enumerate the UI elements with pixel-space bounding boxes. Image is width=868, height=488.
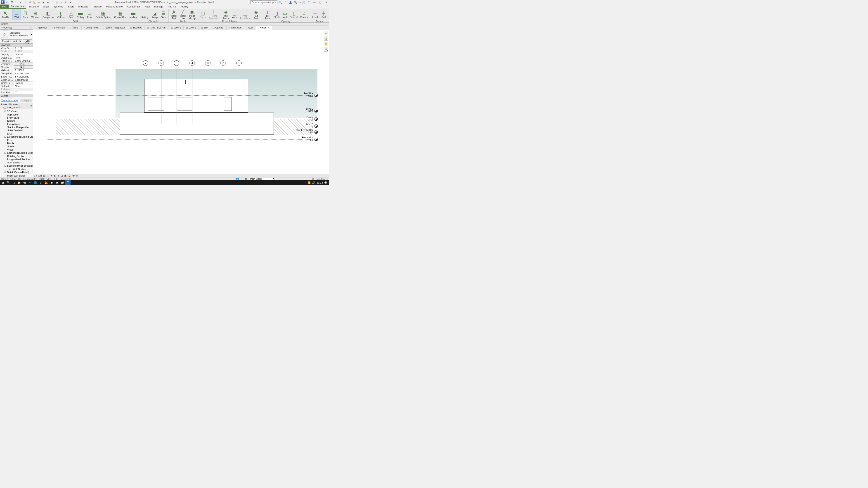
property-value[interactable]: ☐ xyxy=(14,91,33,94)
vertical-button[interactable]: ▯Vertical xyxy=(289,9,299,20)
grid-line[interactable] xyxy=(223,60,223,124)
ribbon-tab-addins[interactable]: Add-Ins xyxy=(165,4,179,9)
maximize-button[interactable]: ▢ xyxy=(318,0,322,4)
crop-icon[interactable]: ⊡ xyxy=(61,174,63,177)
tag-room-button[interactable]: ◈Tag Room xyxy=(221,9,230,20)
ribbon-tab-insert[interactable]: Insert xyxy=(65,4,76,9)
ribbon-tab-massingsite[interactable]: Massing & Site xyxy=(104,4,125,9)
view-tab-kitchen[interactable]: ⌂Kitchen xyxy=(67,26,82,30)
view-tab-livingroom[interactable]: ⌂Living Room xyxy=(82,26,101,30)
project-tree[interactable]: ⊟ 3D ViewsApproachFrom YardKitchenLiving… xyxy=(0,109,33,177)
grid-line[interactable] xyxy=(146,60,146,124)
start-button[interactable]: ⊞ xyxy=(0,180,5,185)
tree-item[interactable]: North xyxy=(0,142,33,145)
tree-item[interactable]: ⊟ Sections (Wall Section) xyxy=(0,164,33,167)
wheel-icon[interactable]: ◎ xyxy=(324,36,328,41)
signin-label[interactable]: Sign In xyxy=(294,1,301,4)
ribbon-tab-view[interactable]: View xyxy=(142,4,152,9)
task-view-button[interactable]: ▢ xyxy=(11,180,16,185)
chevron-down-icon[interactable]: ▾ xyxy=(31,33,32,36)
level-marker-icon[interactable] xyxy=(314,138,318,141)
model-line-button[interactable]: ╱Model Line xyxy=(179,9,187,20)
tree-item[interactable]: Typ. Wall Section xyxy=(0,167,33,171)
wall-button[interactable]: ▭Wall xyxy=(281,9,289,20)
level-line[interactable] xyxy=(47,111,316,111)
tree-item[interactable]: Main Stair Detail xyxy=(0,174,33,177)
sun-path-icon[interactable]: ☀ xyxy=(51,174,53,177)
ribbon-tab-collaborate[interactable]: Collaborate xyxy=(125,4,142,9)
view-tab-approach[interactable]: ⌂Approach xyxy=(33,26,50,30)
show-crop-icon[interactable]: ▣ xyxy=(64,174,66,177)
property-group-header[interactable]: Extents xyxy=(0,94,33,97)
level-line[interactable] xyxy=(47,139,316,140)
tag-icon[interactable]: ◈ xyxy=(41,0,45,4)
clock[interactable]: 11:23 xyxy=(316,181,323,184)
level-marker-icon[interactable] xyxy=(314,109,318,112)
modify-button[interactable]: ↖ Modify xyxy=(1,9,10,20)
grid-bubble[interactable]: 3 xyxy=(205,60,211,66)
floor-button[interactable]: ▭Floor xyxy=(86,9,94,20)
measure-icon[interactable]: 📐 xyxy=(33,0,36,4)
close-button[interactable]: ✕ xyxy=(324,0,328,4)
ribbon-tab-manage[interactable]: Manage xyxy=(152,4,165,9)
view-tab-level2[interactable]: ▤Level 2 xyxy=(184,26,198,30)
grid-bubble[interactable]: 6 xyxy=(158,60,164,66)
grid-bubble[interactable]: 5 xyxy=(174,60,179,66)
grid-line[interactable] xyxy=(192,60,192,124)
lock-icon[interactable]: 🔒 xyxy=(68,174,71,177)
tree-item[interactable]: Approach xyxy=(0,113,33,116)
property-value[interactable]: Edit... xyxy=(14,63,33,66)
railing-button[interactable]: ⌐Railing xyxy=(140,9,150,20)
area-button[interactable]: ▢Area xyxy=(231,9,238,20)
sync-icon[interactable]: ↻ xyxy=(14,0,18,4)
network-icon[interactable]: 📶 xyxy=(308,181,311,184)
pan-icon[interactable]: ✋ xyxy=(324,41,328,46)
home-icon[interactable]: ⌂ xyxy=(324,31,328,35)
wall-button[interactable]: ▭Wall xyxy=(12,9,21,20)
chrome2-button[interactable]: ◉ xyxy=(54,180,60,185)
grid-line[interactable] xyxy=(239,60,239,124)
level-marker-icon[interactable] xyxy=(314,124,318,128)
open-icon[interactable]: ▷ xyxy=(5,0,9,4)
tree-item[interactable]: Kitchen xyxy=(0,119,33,123)
view-tab-fromyard[interactable]: ⌂From Yard xyxy=(50,26,67,30)
tree-item[interactable]: ⊟ Sections (Building Section) xyxy=(0,151,33,155)
edit-type-button[interactable]: Edit Type xyxy=(23,39,32,43)
zoom-icon[interactable]: 🔍 xyxy=(324,47,328,52)
minimize-button[interactable]: — xyxy=(312,0,316,4)
property-group-header[interactable]: Graphics xyxy=(0,44,33,47)
roof-button[interactable]: △Roof xyxy=(67,9,75,20)
search-button[interactable]: 🔍 xyxy=(5,180,11,185)
ribbon-tab-architecture[interactable]: Architecture xyxy=(8,4,27,9)
stair-button[interactable]: ☰Stair xyxy=(159,9,167,20)
scale-control[interactable]: 1 : 100 xyxy=(34,174,42,177)
store-button[interactable]: 🛍 xyxy=(22,180,27,185)
grid-bubble[interactable]: 7 xyxy=(143,60,148,66)
tree-item[interactable]: Longitudinal Section xyxy=(0,158,33,161)
rendering-icon[interactable]: ◈ xyxy=(58,174,59,177)
revit-taskbar-button[interactable]: R xyxy=(65,180,70,185)
revit-logo-icon[interactable]: R xyxy=(1,0,4,4)
file-tab[interactable]: File xyxy=(0,4,8,9)
property-value[interactable]: 1 : 5000 xyxy=(14,69,33,72)
section-icon[interactable]: ▯ xyxy=(55,0,59,4)
tree-item[interactable]: ⊟ 3D Views xyxy=(0,110,33,113)
view-tab-approach[interactable]: ⌂Approach xyxy=(210,26,226,30)
property-value[interactable]: Normal xyxy=(14,53,33,56)
dormer-button[interactable]: ⌂Dormer xyxy=(299,9,309,20)
tree-item[interactable]: Stair Section xyxy=(0,161,33,164)
level-line[interactable] xyxy=(47,132,316,132)
property-value[interactable]: Edit... xyxy=(14,66,33,69)
level-marker-icon[interactable] xyxy=(314,130,318,134)
by-face-button[interactable]: ◫By Face xyxy=(262,9,273,20)
switch-windows-icon[interactable]: ▾ xyxy=(69,0,72,4)
ribbon-tab-modify[interactable]: Modify xyxy=(179,4,190,9)
level-button[interactable]: ─Level xyxy=(311,9,319,20)
grid-line[interactable] xyxy=(161,60,161,124)
view-tab-level1[interactable]: ▤Level 1 xyxy=(168,26,183,30)
column-button[interactable]: ▯Column xyxy=(56,9,66,20)
property-value[interactable]: None xyxy=(14,85,33,88)
firefox-button[interactable]: 🦊 xyxy=(43,180,49,185)
folder-button[interactable]: 📁 xyxy=(60,180,65,185)
property-value[interactable]: Show Original xyxy=(14,60,33,62)
